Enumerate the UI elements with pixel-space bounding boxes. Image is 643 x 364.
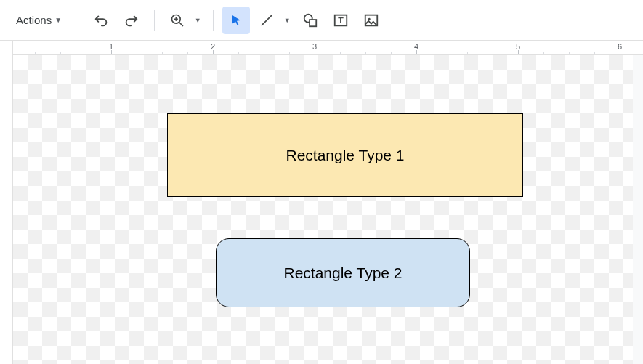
image-icon bbox=[363, 12, 379, 28]
chevron-down-icon: ▼ bbox=[54, 16, 62, 24]
actions-label: Actions bbox=[16, 14, 52, 26]
rectangle-shape-2[interactable]: Rectangle Type 2 bbox=[216, 238, 470, 307]
ruler-tick bbox=[569, 52, 570, 54]
shape-tool-button[interactable] bbox=[296, 7, 324, 34]
zoom-dropdown-button[interactable]: ▼ bbox=[191, 7, 204, 34]
horizontal-ruler: 1 2 3 4 5 6 bbox=[13, 41, 643, 55]
toolbar-divider bbox=[213, 10, 214, 31]
ruler-tick bbox=[289, 52, 290, 54]
toolbar-divider bbox=[154, 10, 155, 31]
vertical-scrollbar[interactable] bbox=[633, 55, 643, 364]
toolbar-divider bbox=[78, 10, 78, 31]
vertical-ruler bbox=[0, 41, 13, 364]
undo-icon bbox=[93, 12, 109, 28]
ruler-tick bbox=[543, 52, 544, 54]
workspace: 1 2 3 4 5 6 bbox=[0, 41, 643, 364]
svg-line-1 bbox=[179, 22, 183, 25]
textbox-icon bbox=[333, 12, 349, 28]
ruler-tick bbox=[111, 50, 112, 54]
ruler-tick bbox=[391, 52, 392, 54]
ruler-tick bbox=[213, 50, 214, 54]
line-tool-button[interactable] bbox=[253, 7, 280, 34]
ruler-tick bbox=[340, 52, 341, 54]
ruler-tick bbox=[315, 50, 315, 54]
chevron-down-icon: ▼ bbox=[284, 17, 291, 24]
ruler-tick bbox=[86, 52, 86, 54]
ruler-tick bbox=[60, 52, 61, 54]
ruler-tick bbox=[162, 52, 163, 54]
ruler-tick bbox=[35, 52, 36, 54]
cursor-icon bbox=[229, 13, 243, 28]
ruler-tick bbox=[467, 52, 468, 54]
main-area: 1 2 3 4 5 6 bbox=[13, 41, 643, 364]
drawing-canvas[interactable]: Rectangle Type 1 Rectangle Type 2 bbox=[13, 55, 643, 364]
actions-menu-button[interactable]: Actions ▼ bbox=[9, 9, 69, 31]
ruler-tick bbox=[594, 52, 595, 54]
zoom-icon bbox=[170, 13, 185, 28]
line-group: ▼ bbox=[253, 7, 294, 34]
shape-label: Rectangle Type 2 bbox=[283, 264, 402, 282]
ruler-tick bbox=[187, 52, 188, 54]
textbox-tool-button[interactable] bbox=[327, 7, 355, 34]
svg-point-9 bbox=[368, 17, 371, 20]
rectangle-shape-1[interactable]: Rectangle Type 1 bbox=[167, 113, 523, 197]
redo-icon bbox=[124, 12, 139, 28]
ruler-tick bbox=[620, 50, 620, 54]
undo-button[interactable] bbox=[87, 7, 115, 34]
redo-button[interactable] bbox=[118, 7, 145, 34]
ruler-tick bbox=[137, 52, 137, 54]
ruler-tick bbox=[416, 50, 417, 54]
svg-rect-6 bbox=[310, 20, 316, 26]
svg-line-4 bbox=[262, 15, 271, 25]
ruler-tick bbox=[238, 52, 239, 54]
shape-icon bbox=[302, 12, 318, 28]
ruler-tick bbox=[493, 52, 493, 54]
line-icon bbox=[259, 13, 274, 28]
ruler-tick bbox=[264, 52, 264, 54]
ruler-tick bbox=[442, 52, 442, 54]
line-dropdown-button[interactable]: ▼ bbox=[280, 7, 294, 34]
chevron-down-icon: ▼ bbox=[195, 17, 201, 24]
ruler-tick bbox=[365, 52, 366, 54]
shape-label: Rectangle Type 1 bbox=[286, 147, 404, 164]
ruler-tick bbox=[518, 50, 519, 54]
toolbar: Actions ▼ ▼ ▼ bbox=[0, 0, 643, 41]
zoom-button[interactable] bbox=[163, 7, 191, 34]
select-tool-button[interactable] bbox=[222, 7, 250, 34]
zoom-group: ▼ bbox=[163, 7, 204, 34]
image-tool-button[interactable] bbox=[357, 7, 385, 34]
